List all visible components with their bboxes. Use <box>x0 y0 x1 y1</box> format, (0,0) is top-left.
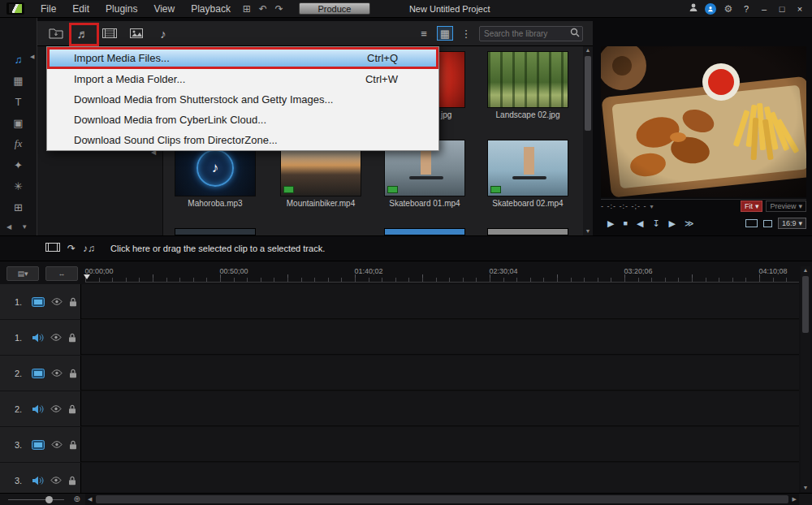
scroll-down-icon[interactable]: ▼ <box>801 484 810 492</box>
menu-playback[interactable]: Playback <box>183 0 239 18</box>
timecode-caret-icon[interactable]: ▾ <box>650 203 653 210</box>
sidebar-scroll-left-icon[interactable]: ◀ <box>6 223 11 231</box>
menu-item-import-media-files[interactable]: Import Media Files... Ctrl+Q <box>47 47 438 69</box>
menu-file[interactable]: File <box>32 0 64 18</box>
eye-icon[interactable] <box>51 298 63 305</box>
timeline-ruler[interactable]: 00:00;00 00:50;00 01:40;02 02:30;04 03:2… <box>85 266 799 283</box>
scroll-down-icon[interactable]: ▼ <box>583 227 593 235</box>
maximize-button[interactable]: □ <box>776 4 788 14</box>
photo-filter-icon[interactable] <box>126 24 147 43</box>
scroll-left-icon[interactable]: ◀ <box>88 496 92 503</box>
audio-filter-icon[interactable]: ♪ <box>153 24 174 43</box>
audio-track-icon[interactable] <box>32 476 44 486</box>
eye-icon[interactable] <box>51 441 63 448</box>
track-header[interactable]: 2. <box>0 356 81 391</box>
zoom-fit-dropdown[interactable]: Fit ▾ <box>741 201 763 212</box>
capture-frame-button[interactable]: ↧ <box>652 219 659 228</box>
eye-icon[interactable] <box>51 369 63 377</box>
library-item-partial[interactable] <box>384 228 465 235</box>
menu-view[interactable]: View <box>145 0 183 18</box>
next-frame-button[interactable]: ▶ <box>669 219 676 228</box>
eye-icon[interactable] <box>50 477 62 484</box>
track-lane[interactable] <box>81 391 799 426</box>
eye-icon[interactable] <box>50 405 62 412</box>
lock-icon[interactable] <box>68 404 76 414</box>
preview-quality-dropdown[interactable]: Preview ▾ <box>766 201 806 212</box>
sidebar-collapse-icon[interactable]: ◀ <box>30 54 34 60</box>
playhead-marker[interactable] <box>84 274 90 279</box>
help-button[interactable]: ? <box>741 4 752 14</box>
track-lane[interactable] <box>81 320 799 355</box>
sidebar-item-transition-room[interactable]: ✳ <box>0 175 37 196</box>
fast-forward-button[interactable]: ≫ <box>685 219 694 228</box>
track-header[interactable]: 1. <box>0 284 81 319</box>
timeline-horizontal-scrollbar[interactable]: ◀ ▶ <box>85 494 799 505</box>
produce-button[interactable]: Produce <box>299 2 370 15</box>
eye-icon[interactable] <box>50 334 62 341</box>
video-track-icon[interactable] <box>32 369 45 378</box>
sidebar-item-effect-room[interactable]: fx <box>0 133 37 154</box>
video-filter-icon[interactable] <box>99 24 120 43</box>
range-select-button[interactable]: ↔ <box>45 266 78 281</box>
library-item-partial[interactable] <box>175 228 256 235</box>
track-lane[interactable] <box>81 284 799 319</box>
close-button[interactable]: × <box>794 4 806 14</box>
timeline-hint-bar[interactable]: ↷ ♪♫ Click here or drag the selected cli… <box>0 235 812 261</box>
track-lane[interactable] <box>81 463 799 493</box>
library-item-partial[interactable] <box>487 228 568 235</box>
track-header[interactable]: 3. <box>0 427 81 462</box>
settings-gear-icon[interactable]: ⚙ <box>723 0 734 18</box>
import-media-icon[interactable] <box>45 24 67 43</box>
layout-switch-icon[interactable]: ⊞ <box>239 0 255 18</box>
scroll-up-icon[interactable]: ▲ <box>801 266 810 274</box>
search-icon[interactable] <box>570 26 580 41</box>
sidebar-item-subtitle-room[interactable]: ⊞ <box>0 196 37 218</box>
track-header[interactable]: 3. <box>0 463 81 493</box>
library-item[interactable]: Landscape 02.jpg <box>487 51 568 119</box>
timeline-vertical-scrollbar[interactable]: ▲ ▼ <box>801 266 810 492</box>
grid-view-icon[interactable]: ▦ <box>437 26 453 41</box>
scrollbar-thumb[interactable] <box>96 495 788 503</box>
previous-frame-button[interactable]: ◀ <box>637 219 643 228</box>
aspect-ratio-dropdown[interactable]: 16:9 ▾ <box>778 218 806 229</box>
menu-item-import-media-folder[interactable]: Import a Media Folder... Ctrl+W <box>47 69 438 89</box>
audio-track-icon[interactable] <box>32 333 44 343</box>
sidebar-item-particle-room[interactable]: ✦ <box>0 154 37 175</box>
track-manager-button[interactable]: ▤▾ <box>6 266 39 281</box>
scroll-up-icon[interactable]: ▲ <box>583 46 593 54</box>
sidebar-item-pip-room[interactable]: ▣ <box>0 112 37 133</box>
video-track-icon[interactable] <box>32 297 45 307</box>
menu-item-download-cyberlink-cloud[interactable]: Download Media from CyberLink Cloud... <box>47 110 438 130</box>
track-lane[interactable] <box>81 427 799 462</box>
sidebar-item-title-room[interactable]: T <box>0 91 37 112</box>
zoom-slider-handle[interactable] <box>45 496 53 503</box>
redo-icon[interactable]: ↷ <box>271 0 287 18</box>
audio-track-icon[interactable] <box>32 404 44 414</box>
lock-icon[interactable] <box>68 333 76 343</box>
menu-edit[interactable]: Edit <box>64 0 97 18</box>
library-menu-icon[interactable]: ⋮ <box>458 26 474 41</box>
track-header[interactable]: 1. <box>0 320 81 355</box>
timecode-display[interactable]: - -:- -:- -;- - <box>601 202 646 210</box>
scrollbar-thumb[interactable] <box>585 56 591 131</box>
lock-icon[interactable] <box>68 476 76 486</box>
track-lane[interactable] <box>81 356 799 391</box>
scroll-right-icon[interactable]: ▶ <box>793 496 797 503</box>
undock-preview-icon[interactable] <box>763 220 772 227</box>
dual-preview-icon[interactable] <box>745 219 758 227</box>
lock-icon[interactable] <box>69 440 77 450</box>
scrollbar-thumb[interactable] <box>802 276 809 333</box>
track-header[interactable]: 2. <box>0 391 81 426</box>
minimize-button[interactable]: – <box>758 4 770 14</box>
cloud-account-icon[interactable] <box>705 3 716 15</box>
user-icon[interactable] <box>689 2 698 15</box>
library-item[interactable]: Skateboard 02.mp4 <box>487 140 568 208</box>
zoom-in-icon[interactable]: ⊕ <box>74 494 80 503</box>
menu-item-download-directorzone[interactable]: Download Sound Clips from DirectorZone..… <box>47 130 438 150</box>
lock-icon[interactable] <box>69 297 77 307</box>
lock-icon[interactable] <box>69 369 77 378</box>
stop-button[interactable]: ■ <box>623 220 627 227</box>
undo-icon[interactable]: ↶ <box>255 0 271 18</box>
search-input[interactable] <box>480 29 570 38</box>
sidebar-scroll-down-icon[interactable]: ▼ <box>21 223 28 231</box>
